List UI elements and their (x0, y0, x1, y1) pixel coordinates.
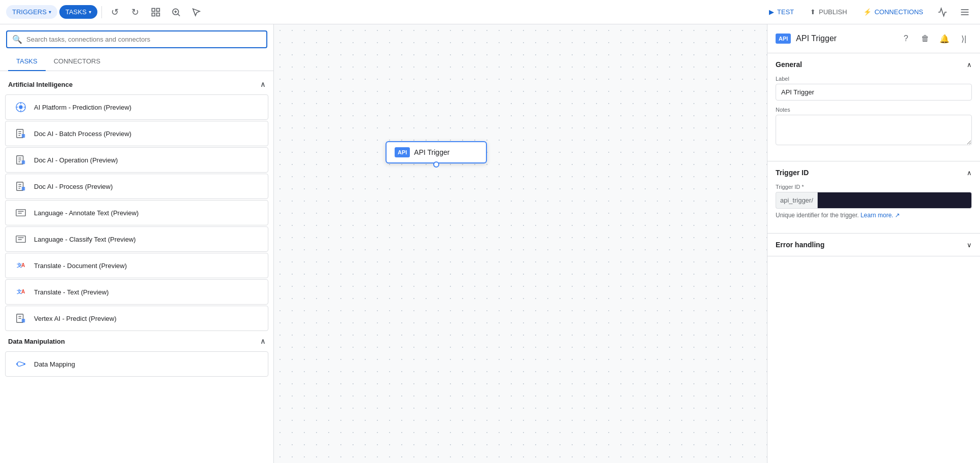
tasks-button[interactable]: TASKS ▾ (59, 5, 97, 19)
learn-more-link[interactable]: Learn more. ↗ (860, 212, 900, 219)
svg-rect-31 (22, 187, 25, 190)
category-ai-label: Artificial Intelligence (8, 81, 73, 88)
delete-button[interactable]: 🗑 (917, 30, 933, 47)
menu-button[interactable] (956, 3, 974, 21)
left-panel: 🔍 TASKS CONNECTORS Artificial Intelligen… (0, 24, 274, 463)
canvas[interactable]: API API Trigger (274, 24, 767, 463)
label-field-label: Label (776, 76, 972, 82)
tab-connectors[interactable]: CONNECTORS (46, 52, 109, 71)
translate-document-icon: 文 A (14, 258, 28, 273)
doc-ai-batch-icon (14, 126, 28, 141)
tasks-label: TASKS (65, 8, 87, 16)
trigger-id-section-header[interactable]: Trigger ID ∧ (767, 161, 980, 184)
task-label: Data Mapping (34, 360, 75, 368)
svg-rect-0 (152, 8, 155, 11)
label-field-group: Label (776, 76, 972, 101)
task-label: Language - Annotate Text (Preview) (34, 209, 138, 217)
list-item[interactable]: 文 A Translate - Text (Preview) (5, 279, 268, 305)
right-panel: API API Trigger ? 🗑 🔔 ⟩| General ∧ Label (767, 24, 980, 463)
rp-title-text: API Trigger (796, 34, 836, 43)
list-item[interactable]: Doc AI - Batch Process (Preview) (5, 121, 268, 146)
svg-rect-35 (16, 236, 25, 243)
notes-textarea[interactable] (776, 115, 972, 145)
list-item[interactable]: Data Mapping (5, 351, 268, 377)
svg-text:A: A (21, 289, 25, 294)
list-item[interactable]: 文 A Translate - Document (Preview) (5, 253, 268, 278)
connections-icon: ⚡ (863, 8, 871, 16)
trigger-id-input[interactable] (817, 192, 972, 209)
general-chevron-icon: ∧ (967, 61, 972, 69)
toolbar-divider-1 (101, 6, 102, 18)
task-list: Artificial Intelligence ∧ AI Platform - … (0, 71, 273, 463)
svg-rect-1 (156, 8, 159, 11)
triggers-label: TRIGGERS (12, 8, 47, 16)
test-button[interactable]: ▶ TEST (763, 5, 800, 19)
task-label: Doc AI - Operation (Preview) (34, 156, 118, 164)
category-artificial-intelligence[interactable]: Artificial Intelligence ∧ (0, 75, 273, 93)
data-mapping-icon (14, 357, 28, 371)
list-item[interactable]: Language - Annotate Text (Preview) (5, 200, 268, 225)
search-input[interactable] (26, 36, 261, 43)
label-input[interactable] (776, 84, 972, 101)
notification-button[interactable]: 🔔 (936, 30, 953, 47)
trigger-id-field-label: Trigger ID * (776, 184, 972, 190)
list-item[interactable]: Doc AI - Process (Preview) (5, 174, 268, 199)
task-label: Translate - Text (Preview) (34, 288, 109, 296)
list-item[interactable]: Vertex AI - Predict (Preview) (5, 306, 268, 331)
trigger-id-section: Trigger ID ∧ Trigger ID * api_trigger/ U… (767, 161, 980, 234)
help-button[interactable]: ? (898, 30, 914, 47)
svg-line-5 (178, 14, 180, 16)
category-dm-chevron-icon: ∧ (260, 337, 265, 345)
svg-point-47 (24, 363, 26, 365)
api-trigger-node[interactable]: API API Trigger (386, 141, 487, 163)
list-item[interactable]: Doc AI - Operation (Preview) (5, 147, 268, 173)
rp-title: API API Trigger (776, 34, 836, 44)
ai-platform-icon (14, 100, 28, 114)
node-badge: API (395, 147, 410, 157)
trigger-id-row: api_trigger/ (776, 192, 972, 209)
publish-label: PUBLISH (819, 8, 847, 16)
svg-point-46 (16, 363, 18, 365)
trigger-id-field-group: Trigger ID * api_trigger/ Unique identif… (776, 184, 972, 219)
task-label: Doc AI - Process (Preview) (34, 183, 113, 190)
tasks-chevron-icon: ▾ (89, 9, 91, 15)
connections-button[interactable]: ⚡ CONNECTIONS (857, 5, 929, 19)
trigger-prefix: api_trigger/ (776, 192, 817, 209)
undo-button[interactable]: ↺ (106, 3, 124, 21)
cursor-button[interactable] (187, 3, 205, 21)
svg-point-12 (19, 105, 22, 109)
expand-button[interactable]: ⟩| (956, 30, 972, 47)
list-item[interactable]: AI Platform - Prediction (Preview) (5, 94, 268, 120)
arrange-button[interactable] (147, 3, 165, 21)
search-bar: 🔍 (0, 24, 273, 48)
language-classify-icon (14, 232, 28, 246)
category-dm-label: Data Manipulation (8, 338, 65, 345)
list-item[interactable]: Language - Classify Text (Preview) (5, 226, 268, 252)
tab-tasks[interactable]: TASKS (8, 52, 46, 71)
trigger-id-chevron-icon: ∧ (967, 169, 972, 177)
zoom-button[interactable] (167, 3, 185, 21)
connections-label: CONNECTIONS (874, 8, 923, 16)
notes-field-label: Notes (776, 107, 972, 113)
analytics-button[interactable] (933, 3, 952, 21)
error-handling-section: Error handling ∨ (767, 234, 980, 256)
svg-rect-26 (22, 160, 25, 164)
redo-button[interactable]: ↻ (126, 3, 145, 21)
category-data-manipulation[interactable]: Data Manipulation ∧ (0, 332, 273, 350)
task-label: Vertex AI - Predict (Preview) (34, 315, 117, 322)
tab-bar: TASKS CONNECTORS (0, 52, 273, 71)
svg-text:A: A (21, 262, 25, 268)
general-section-body: Label Notes (767, 76, 980, 161)
svg-rect-2 (152, 13, 155, 16)
general-section-header[interactable]: General ∧ (767, 53, 980, 76)
search-icon: 🔍 (12, 35, 22, 44)
right-panel-header: API API Trigger ? 🗑 🔔 ⟩| (767, 24, 980, 53)
svg-rect-21 (22, 134, 25, 138)
task-label: Language - Classify Text (Preview) (34, 236, 136, 243)
triggers-button[interactable]: TRIGGERS ▾ (6, 5, 57, 19)
vertex-ai-icon (14, 311, 28, 325)
general-section: General ∧ Label Notes (767, 53, 980, 161)
doc-ai-operation-icon (14, 153, 28, 167)
error-handling-section-header[interactable]: Error handling ∨ (767, 234, 980, 256)
publish-button[interactable]: ⬆ PUBLISH (804, 5, 853, 19)
